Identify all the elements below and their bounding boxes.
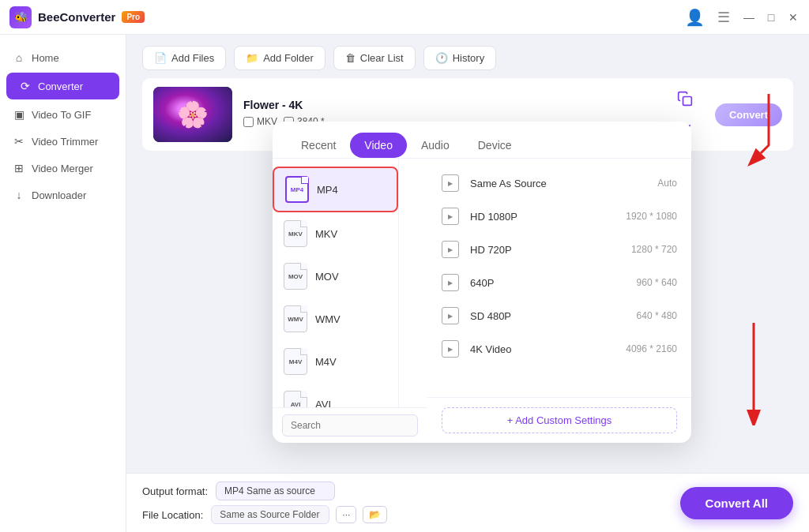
format-item-wmv[interactable]: WMV WMV <box>273 298 398 340</box>
res-icon-1080p <box>442 208 459 225</box>
file-location-row: File Location: Same as Source Folder ···… <box>142 505 387 524</box>
sidebar-item-downloader[interactable]: ↓ Downloader <box>0 182 126 208</box>
output-format-select[interactable]: MP4 Same as source <box>216 481 335 500</box>
sidebar-item-video-trimmer[interactable]: ✂ Video Trimmer <box>0 128 126 155</box>
avi-icon: AVI <box>284 391 307 407</box>
profile-icon[interactable]: 👤 <box>685 8 705 27</box>
format-item-mkv[interactable]: MKV MKV <box>273 212 398 255</box>
res-icon-640p <box>442 274 459 291</box>
res-name-same-source: Same As Source <box>470 178 646 189</box>
add-custom-section: + Add Custom Settings <box>427 397 691 443</box>
format-checkbox-mkv[interactable] <box>243 117 254 127</box>
res-name-1080p: HD 1080P <box>470 211 615 223</box>
file-thumbnail <box>153 87 232 142</box>
content-area: 📄 Add Files 📁 Add Folder 🗑 Clear List 🕐 … <box>126 35 809 532</box>
file-list-area: Flower - 4K MKV 3840 * <box>126 78 809 473</box>
res-name-640p: 640P <box>470 277 626 289</box>
location-dots-button[interactable]: ··· <box>336 506 356 523</box>
format-item-avi[interactable]: AVI AVI <box>273 383 398 407</box>
minimize-button[interactable]: — <box>743 11 755 24</box>
location-text: Same as Source Folder <box>211 505 329 524</box>
sidebar-item-video-to-gif[interactable]: ▣ Video To GIF <box>0 101 126 128</box>
close-button[interactable]: ✕ <box>787 11 800 24</box>
video-to-gif-icon: ▣ <box>13 108 25 121</box>
resolution-item-same-source[interactable]: Same As Source Auto <box>427 167 691 200</box>
format-list: MP4 MP4 MKV MKV MOV MOV <box>273 159 399 407</box>
add-folder-icon: 📁 <box>246 52 258 64</box>
res-name-4k: 4K Video <box>470 343 615 355</box>
res-size-640p: 960 * 640 <box>637 277 677 288</box>
res-size-4k: 4096 * 2160 <box>626 343 677 354</box>
res-size-720p: 1280 * 720 <box>631 244 677 255</box>
resolution-item-720p[interactable]: HD 720P 1280 * 720 <box>427 233 691 266</box>
home-icon: ⌂ <box>13 51 25 64</box>
resolution-item-480p[interactable]: SD 480P 640 * 480 <box>427 299 691 332</box>
format-label-avi: AVI <box>315 399 331 408</box>
tab-video[interactable]: Video <box>350 133 407 158</box>
main-layout: ⌂ Home ⟳ Converter ▣ Video To GIF ✂ Vide… <box>0 35 809 532</box>
output-format-row: Output format: MP4 Same as source <box>142 481 387 500</box>
history-label: History <box>453 52 484 64</box>
format-search-input[interactable] <box>282 414 418 436</box>
add-custom-settings-button[interactable]: + Add Custom Settings <box>442 407 677 433</box>
svg-rect-0 <box>683 97 691 106</box>
convert-all-button[interactable]: Convert All <box>680 487 793 519</box>
convert-button[interactable]: Convert <box>715 103 782 126</box>
tab-audio[interactable]: Audio <box>407 133 464 158</box>
location-folder-button[interactable]: 📂 <box>363 506 387 523</box>
app-name: BeeConverter <box>38 10 115 24</box>
app-icon: 🐝 <box>9 6 32 28</box>
menu-icon[interactable]: ☰ <box>717 9 730 26</box>
format-list-container: MP4 MP4 MKV MKV MOV MOV <box>273 159 427 443</box>
res-size-same-source: Auto <box>657 178 677 189</box>
mov-icon: MOV <box>284 263 307 290</box>
format-item-mov[interactable]: MOV MOV <box>273 255 398 298</box>
format-item-mp4[interactable]: MP4 MP4 <box>273 167 398 212</box>
clear-list-label: Clear List <box>360 52 404 64</box>
tab-recent[interactable]: Recent <box>287 133 350 158</box>
wmv-icon: WMV <box>284 305 307 332</box>
mkv-icon: MKV <box>284 220 307 247</box>
res-name-720p: HD 720P <box>470 244 620 256</box>
sidebar-label-home: Home <box>32 52 59 64</box>
format-item-m4v[interactable]: M4V M4V <box>273 340 398 383</box>
res-size-480p: 640 * 480 <box>637 310 677 321</box>
copy-icon[interactable] <box>672 86 698 111</box>
m4v-icon: M4V <box>284 348 307 375</box>
sidebar-item-converter[interactable]: ⟳ Converter <box>6 73 119 99</box>
sidebar-item-home[interactable]: ⌂ Home <box>0 44 126 71</box>
title-bar-right: 👤 ☰ — □ ✕ <box>685 8 800 27</box>
maximize-button[interactable]: □ <box>765 11 777 24</box>
location-field: Same as Source Folder ··· 📂 <box>211 505 387 524</box>
format-label-mov: MOV <box>315 271 339 283</box>
sidebar: ⌂ Home ⟳ Converter ▣ Video To GIF ✂ Vide… <box>0 35 126 532</box>
window-controls: — □ ✕ <box>743 11 800 24</box>
file-location-label: File Location: <box>142 509 203 521</box>
sidebar-item-video-merger[interactable]: ⊞ Video Merger <box>0 155 126 182</box>
resolution-item-640p[interactable]: 640P 960 * 640 <box>427 266 691 299</box>
resolution-item-1080p[interactable]: HD 1080P 1920 * 1080 <box>427 200 691 233</box>
res-icon-4k <box>442 340 459 358</box>
downloader-icon: ↓ <box>13 189 25 201</box>
format-chip-mkv[interactable]: MKV <box>243 116 277 127</box>
clear-list-icon: 🗑 <box>345 52 356 64</box>
title-bar-left: 🐝 BeeConverter Pro <box>9 6 145 28</box>
history-button[interactable]: 🕐 History <box>423 46 496 70</box>
add-folder-button[interactable]: 📁 Add Folder <box>234 46 325 70</box>
add-files-icon: 📄 <box>154 52 167 64</box>
format-label-wmv: WMV <box>315 313 341 325</box>
sidebar-label-video-trimmer: Video Trimmer <box>32 136 98 148</box>
res-name-480p: SD 480P <box>470 310 626 322</box>
pro-badge: Pro <box>122 11 145 23</box>
toolbar: 📄 Add Files 📁 Add Folder 🗑 Clear List 🕐 … <box>126 35 809 78</box>
clear-list-button[interactable]: 🗑 Clear List <box>333 46 416 70</box>
tab-device[interactable]: Device <box>464 133 526 158</box>
flower-image <box>153 87 232 142</box>
resolution-item-4k[interactable]: 4K Video 4096 * 2160 <box>427 332 691 365</box>
history-icon: 🕐 <box>435 52 448 64</box>
res-icon-same-source <box>442 174 459 192</box>
resolution-panel: Same As Source Auto HD 1080P 1920 * 1080… <box>427 159 691 443</box>
dropdown-body: MP4 MP4 MKV MKV MOV MOV <box>273 159 691 443</box>
sidebar-label-downloader: Downloader <box>32 189 86 201</box>
add-files-button[interactable]: 📄 Add Files <box>142 46 226 70</box>
